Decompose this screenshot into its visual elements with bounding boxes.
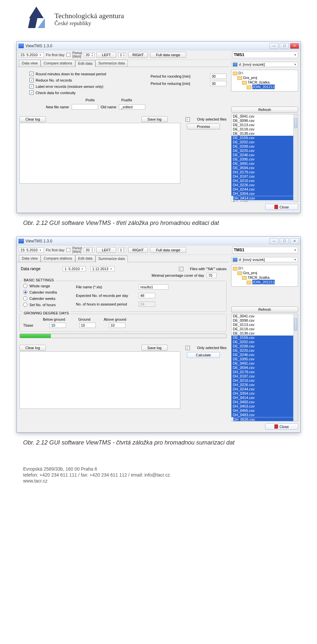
file-item-selected[interactable]: DH_0187.csv [231, 174, 298, 179]
clear-log-button[interactable]: Clear log [19, 345, 46, 351]
file-item-selected[interactable]: DH_0210.csv [231, 378, 298, 383]
file-item[interactable]: DE_0098.csv [231, 119, 298, 123]
file-item-selected[interactable]: DE_0491.csv [231, 161, 298, 166]
close-button[interactable]: Close [265, 423, 298, 430]
process-button[interactable]: Process [187, 124, 220, 129]
minimize-button[interactable]: — [269, 238, 279, 244]
file-item[interactable]: DE_0113.csv [231, 123, 298, 127]
file-item-selected[interactable]: DE_0225.csv [231, 149, 298, 153]
folder-tree[interactable]: D:\ Gra_proj TACR_lizatka JOIN_201211 [231, 265, 298, 287]
period-spinner[interactable]: 20▲▼ [84, 52, 94, 57]
file-item[interactable]: DH_0450.csv [231, 200, 298, 202]
round-period-input[interactable]: 30 [210, 74, 227, 79]
filename-input[interactable]: results1 [139, 284, 168, 290]
log-textarea[interactable] [19, 351, 180, 409]
drive-dropdown[interactable]: d: [nový svazek]▼ [231, 257, 298, 262]
right-button[interactable]: RIGHT [128, 52, 148, 58]
file-item-selected[interactable]: DE_0208.csv [231, 144, 298, 149]
tbase-ground-input[interactable]: 10 [79, 323, 96, 328]
fix-first-day-checkbox[interactable] [66, 248, 70, 252]
round-checkbox[interactable] [29, 72, 34, 76]
file-item[interactable]: DE_0138.csv [231, 331, 298, 336]
prefix-input[interactable] [72, 104, 98, 110]
file-item-selected[interactable]: DH_0453.csv [231, 404, 298, 409]
radio-3[interactable] [23, 303, 27, 307]
radio-2[interactable] [23, 296, 27, 301]
file-item-selected[interactable]: DH_0354.csv [231, 391, 298, 396]
refresh-button[interactable]: Refresh [231, 306, 298, 312]
titlebar[interactable]: ViewTMS 1.3.0 — ☐ ✕ [17, 237, 300, 245]
min-pct-input[interactable]: 70 [207, 273, 217, 278]
date-to-input[interactable]: 1.12.2013▼ [90, 266, 115, 271]
tbase-below-input[interactable]: 10 [50, 323, 66, 328]
file-item-selected[interactable]: DE_0225.csv [231, 348, 298, 353]
tms-dropdown[interactable]: TMS1▼ [232, 52, 298, 58]
checkcont-checkbox[interactable] [29, 90, 34, 95]
drive-dropdown[interactable]: d: [nový svazek]▼ [231, 62, 298, 67]
file-item-selected[interactable]: DH_0244.csv [231, 387, 298, 391]
tab-edit-data[interactable]: Edit data [75, 60, 95, 67]
file-item-selected[interactable]: DH_0455.csv [231, 409, 298, 413]
calculate-button[interactable]: Calculate [187, 352, 220, 358]
file-item-selected[interactable]: DE_0594.csv [231, 166, 298, 170]
tab-data-view[interactable]: Data view [19, 255, 41, 262]
tab-edit-data[interactable]: Edit data [75, 255, 95, 262]
date-field[interactable]: 23. 5.2010▼ [19, 52, 44, 57]
file-item[interactable]: DE_0138.csv [231, 131, 298, 136]
file-item-selected[interactable]: DE_0594.csv [231, 366, 298, 370]
file-item-selected[interactable]: DH_0414.csv [231, 396, 298, 400]
close-button[interactable]: Close [265, 204, 298, 210]
refresh-button[interactable]: Refresh [231, 107, 298, 113]
file-item-selected[interactable]: DE_0202.csv [231, 140, 298, 144]
file-item[interactable]: DE_0118.csv [231, 327, 298, 331]
left-count-spinner[interactable]: 1▲▼ [118, 247, 126, 253]
file-item[interactable]: DE_0098.csv [231, 318, 298, 323]
file-item-selected[interactable]: DH_0210.csv [231, 179, 298, 183]
only-selected-checkbox[interactable] [186, 117, 190, 122]
file-item-selected[interactable]: DH_0414.csv [233, 196, 297, 200]
radio-0[interactable] [23, 284, 27, 288]
file-item-selected[interactable]: DH_0226.csv [231, 183, 298, 187]
full-data-button[interactable]: Full data range [150, 247, 186, 253]
save-log-button[interactable]: Save log [141, 116, 168, 122]
maximize-button[interactable]: ☐ [280, 43, 289, 49]
radio-1[interactable] [23, 290, 27, 294]
right-button[interactable]: RIGHT [128, 247, 148, 253]
tab-data-view[interactable]: Data view [19, 60, 41, 67]
log-textarea[interactable] [19, 123, 180, 184]
tab-summarize-data[interactable]: Summarize data [95, 255, 128, 262]
tab-compare-stations[interactable]: Compare stations [41, 60, 75, 67]
tab-compare-stations[interactable]: Compare stations [41, 255, 75, 262]
tab-summarize-data[interactable]: Summarize data [95, 60, 128, 67]
folder-tree[interactable]: D:\ Gra_proj TACR_lizatka JOIN_201211 [231, 70, 298, 91]
file-item-selected[interactable]: DH_0179.csv [231, 170, 298, 174]
date-from-input[interactable]: 1. 5.2010▼ [63, 266, 86, 271]
file-item-selected[interactable]: DE_0246.csv [231, 153, 298, 157]
file-list[interactable]: DE_0041.csvDE_0098.csvDE_0113.csvDE_0118… [231, 314, 298, 421]
period-spinner[interactable]: 20▲▼ [84, 247, 94, 253]
only-selected-checkbox[interactable] [186, 346, 190, 350]
date-field[interactable]: 23. 5.2010▼ [19, 247, 44, 253]
postfix-input[interactable]: _edited [119, 104, 145, 110]
file-list[interactable]: DE_0041.csvDE_0098.csvDE_0113.csvDE_0118… [231, 114, 298, 202]
full-data-button[interactable]: Full data range [150, 52, 186, 58]
files-na-checkbox[interactable] [179, 267, 183, 271]
minimize-button[interactable]: — [269, 43, 279, 49]
file-item-selected[interactable]: DE_0395.csv [231, 157, 298, 161]
file-item[interactable]: DE_0113.csv [231, 323, 298, 327]
file-item-selected[interactable]: DH_0450.csv [231, 400, 298, 404]
file-item-selected[interactable]: DE_0395.csv [231, 357, 298, 361]
left-button[interactable]: LEFT [96, 247, 116, 253]
file-item-selected[interactable]: DE_0159.csv [231, 336, 298, 340]
labelerr-checkbox[interactable] [29, 84, 34, 89]
file-item-selected[interactable]: DH_0354.csv [231, 192, 298, 196]
file-item[interactable]: DE_0041.csv [231, 114, 298, 119]
titlebar[interactable]: ViewTMS 1.3.0 — ☐ ✕ [17, 42, 300, 50]
fix-first-day-checkbox[interactable] [66, 53, 70, 57]
left-count-spinner[interactable]: 1▲▼ [118, 52, 126, 57]
reduce-period-input[interactable]: 30 [210, 81, 227, 86]
file-item-selected[interactable]: DE_0202.csv [231, 340, 298, 344]
clear-log-button[interactable]: Clear log [19, 116, 46, 122]
file-item-selected[interactable]: DH_0244.csv [231, 187, 298, 192]
file-item-selected[interactable]: DE_0491.csv [231, 361, 298, 366]
